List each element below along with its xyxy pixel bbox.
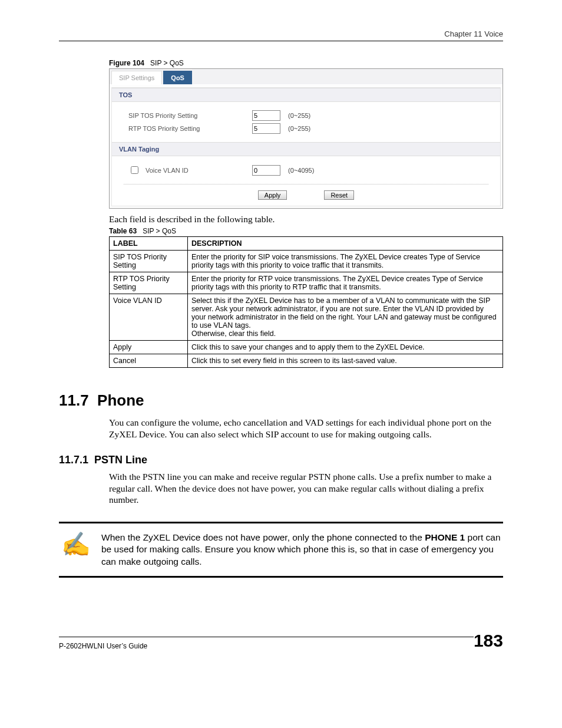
rtp-tos-label: RTP TOS Priority Setting xyxy=(128,125,252,132)
table-row: Apply Click this to save your changes an… xyxy=(110,341,503,354)
after-figure-text: Each field is described in the following… xyxy=(109,213,503,225)
reset-button[interactable]: Reset xyxy=(324,190,354,200)
header-rule xyxy=(59,41,503,41)
note-text: When the ZyXEL Device does not have powe… xyxy=(101,532,503,567)
rtp-tos-input[interactable] xyxy=(252,123,280,134)
table-row: Voice VLAN ID Select this if the ZyXEL D… xyxy=(110,294,503,341)
voice-vlan-row: Voice VLAN ID (0~4095) xyxy=(128,164,491,176)
cell-label: RTP TOS Priority Setting xyxy=(110,272,188,294)
sip-tos-label: SIP TOS Priority Setting xyxy=(128,112,252,119)
cell-label: Voice VLAN ID xyxy=(110,294,188,341)
note-pre: When the ZyXEL Device does not have powe… xyxy=(101,532,425,542)
page-number: 183 xyxy=(474,631,503,651)
section-phone-num: 11.7 xyxy=(59,391,89,409)
tos-body: SIP TOS Priority Setting (0~255) RTP TOS… xyxy=(112,102,500,142)
cell-label: Cancel xyxy=(110,354,188,368)
field-table: LABEL DESCRIPTION SIP TOS Priority Setti… xyxy=(109,236,503,368)
cell-desc: Click this to set every field in this sc… xyxy=(188,354,503,368)
qos-panel: SIP Settings QoS TOS SIP TOS Priority Se… xyxy=(109,68,503,209)
rtp-tos-row: RTP TOS Priority Setting (0~255) xyxy=(128,123,491,134)
button-row: Apply Reset xyxy=(124,184,488,206)
cell-desc: Click this to save your changes and to a… xyxy=(188,341,503,354)
table-caption: Table 63 SIP > QoS xyxy=(109,227,503,235)
th-label: LABEL xyxy=(110,237,188,251)
voice-vlan-checkbox[interactable] xyxy=(131,166,138,174)
chapter-header: Chapter 11 Voice xyxy=(59,29,503,38)
cell-label: SIP TOS Priority Setting xyxy=(110,251,188,272)
page-footer: P-2602HWLNI User’s Guide 183 xyxy=(59,631,503,651)
sip-tos-input[interactable] xyxy=(252,110,280,121)
section-pstn-heading: 11.7.1 PSTN Line xyxy=(59,454,503,466)
section-phone-heading: 11.7 Phone xyxy=(59,391,503,410)
table-row: SIP TOS Priority Setting Enter the prior… xyxy=(110,251,503,272)
section-pstn-num: 11.7.1 xyxy=(59,454,88,466)
figure-caption: Figure 104 SIP > QoS xyxy=(109,59,503,67)
table-label: Table 63 xyxy=(109,227,137,235)
section-pstn-body: With the PSTN line you can make and rece… xyxy=(109,471,503,505)
footer-guide: P-2602HWLNI User’s Guide xyxy=(59,642,147,650)
tab-sip-settings[interactable]: SIP Settings xyxy=(111,71,162,84)
voice-vlan-input[interactable] xyxy=(252,165,280,176)
cell-desc: Enter the priority for RTP voice transmi… xyxy=(188,272,503,294)
tos-header: TOS xyxy=(112,88,500,102)
note-icon: ✍ xyxy=(59,532,91,556)
sip-tos-row: SIP TOS Priority Setting (0~255) xyxy=(128,110,491,121)
vlan-body: Voice VLAN ID (0~4095) xyxy=(112,156,500,184)
cell-desc: Enter the priority for SIP voice transmi… xyxy=(188,251,503,272)
note-bold: PHONE 1 xyxy=(425,532,465,542)
note-block: ✍ When the ZyXEL Device does not have po… xyxy=(59,522,503,577)
voice-vlan-range: (0~4095) xyxy=(288,167,314,174)
section-phone-body: You can configure the volume, echo cance… xyxy=(109,417,503,440)
table-row: RTP TOS Priority Setting Enter the prior… xyxy=(110,272,503,294)
voice-vlan-label: Voice VLAN ID xyxy=(146,167,189,174)
table-title: SIP > QoS xyxy=(143,227,176,235)
section-phone-title: Phone xyxy=(97,391,144,409)
tab-bar: SIP Settings QoS xyxy=(110,69,503,85)
cell-label: Apply xyxy=(110,341,188,354)
footer-rule xyxy=(59,637,474,637)
sip-tos-range: (0~255) xyxy=(288,112,310,119)
figure-label: Figure 104 xyxy=(109,59,144,67)
rtp-tos-range: (0~255) xyxy=(288,125,310,132)
section-pstn-title: PSTN Line xyxy=(94,454,147,466)
cell-desc: Select this if the ZyXEL Device has to b… xyxy=(188,294,503,341)
table-row: Cancel Click this to set every field in … xyxy=(110,354,503,368)
tab-qos[interactable]: QoS xyxy=(163,71,192,84)
figure-title: SIP > QoS xyxy=(150,59,184,67)
apply-button[interactable]: Apply xyxy=(258,190,287,200)
th-desc: DESCRIPTION xyxy=(188,237,503,251)
vlan-header: VLAN Taging xyxy=(112,142,500,156)
panel-inner: TOS SIP TOS Priority Setting (0~255) RTP… xyxy=(111,87,501,206)
